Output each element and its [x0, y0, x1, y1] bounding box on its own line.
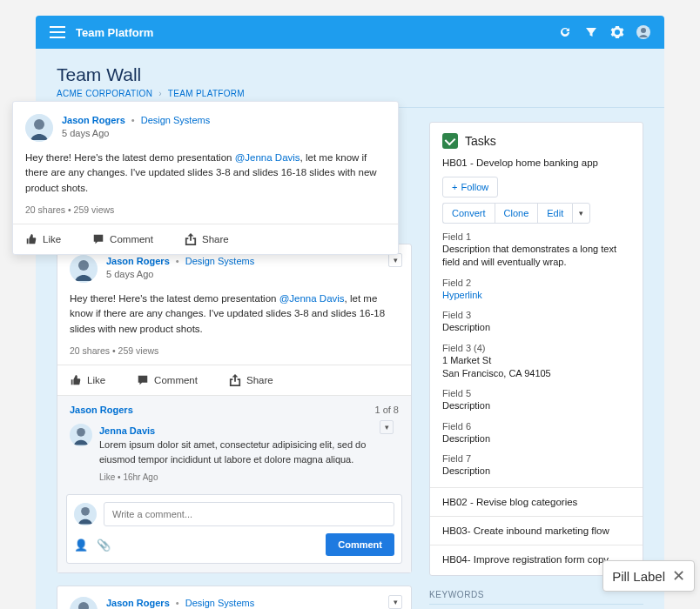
post-body: Hey there! Here's the latest demo presen… — [57, 286, 411, 345]
field-value: Description — [442, 432, 630, 445]
comment-composer: 👤 📎 Comment — [66, 494, 402, 564]
topbar: Team Platform — [36, 16, 664, 49]
chevron-down-icon[interactable]: ▾ — [380, 420, 394, 434]
more-button[interactable]: ▾ — [572, 203, 590, 224]
post-body: Hey there! Here's the latest demo presen… — [13, 145, 398, 204]
field-value: San Francisco, CA 94105 — [442, 367, 630, 380]
svg-point-11 — [34, 119, 44, 130]
department-link[interactable]: Design Systems — [185, 598, 254, 608]
field-label: Field 6 — [442, 421, 630, 432]
avatar — [70, 597, 98, 609]
field-label: Field 3 (4) — [442, 343, 630, 353]
breadcrumb: ACME CORPORATION › TEAM PLATFORM — [57, 89, 643, 98]
mention[interactable]: @Jenna Davis — [235, 152, 300, 163]
follow-button[interactable]: +Follow — [442, 177, 498, 197]
like-button[interactable]: Like — [25, 233, 61, 245]
comment-text: Lorem ipsum dolor sit amet, consectetur … — [99, 439, 366, 465]
tasks-card: Tasks HB01 - Develop home banking app +F… — [429, 122, 643, 576]
gear-icon[interactable] — [610, 25, 624, 39]
share-button[interactable]: Share — [229, 374, 273, 386]
chevron-down-icon[interactable]: ▾ — [388, 595, 402, 609]
app-title: Team Platform — [76, 26, 153, 39]
task-item[interactable]: HB03- Create inbound marketing flow — [442, 517, 630, 536]
field-value: 1 Market St — [442, 354, 630, 367]
svg-point-1 — [641, 28, 646, 33]
chevron-down-icon[interactable]: ▾ — [388, 253, 402, 267]
field-label: Field 2 — [442, 278, 630, 288]
filter-icon[interactable] — [584, 25, 598, 39]
comment-button[interactable]: Comment — [137, 374, 198, 386]
field-value: Description that demonstrates a long tex… — [442, 243, 630, 270]
menu-icon[interactable] — [50, 26, 65, 38]
avatar — [70, 424, 92, 446]
comment-author[interactable]: Jenna Davis — [99, 424, 399, 438]
author-link[interactable]: Jason Rogers — [62, 115, 125, 125]
avatar — [74, 503, 97, 525]
keywords-title: KEYWORDS — [429, 590, 643, 605]
comment-button[interactable]: Comment — [92, 233, 153, 245]
page-title: Team Wall — [57, 64, 643, 85]
department-link[interactable]: Design Systems — [141, 115, 210, 125]
keywords-section: KEYWORDS Pill Label✕ Pill Label✕ Pill la… — [429, 590, 643, 609]
like-button[interactable]: Like — [70, 374, 105, 386]
svg-point-3 — [78, 260, 89, 271]
avatar-icon[interactable] — [636, 25, 650, 39]
submit-comment-button[interactable]: Comment — [326, 533, 394, 556]
field-value: Description — [442, 465, 630, 478]
field-label: Field 7 — [442, 453, 630, 464]
post-card-floating: Jason Rogers • Design Systems 5 days Ago… — [12, 101, 399, 255]
post-stats: 20 shares • 259 views — [13, 204, 398, 224]
comment-input[interactable] — [104, 502, 394, 526]
task-item[interactable]: HB01 - Develop home banking app — [442, 157, 630, 168]
field-label: Field 3 — [442, 310, 630, 320]
svg-point-5 — [77, 428, 85, 437]
comments-section: Jason Rogers 1 of 8 Jenna Davis Lorem ip… — [57, 395, 411, 573]
share-button[interactable]: Share — [185, 233, 229, 245]
field-value: Description — [442, 399, 630, 412]
field-value: Description — [442, 321, 630, 334]
department-link[interactable]: Design Systems — [185, 256, 254, 266]
post-time: 5 days Ago — [62, 127, 210, 140]
field-label: Field 5 — [442, 388, 630, 398]
tasks-icon — [442, 133, 458, 149]
task-item[interactable]: HB02 - Revise blog categories — [442, 488, 630, 507]
mention[interactable]: @Jenna Davis — [279, 293, 345, 304]
post-time: 5 days Ago — [106, 268, 254, 281]
edit-button[interactable]: Edit — [537, 203, 572, 224]
breadcrumb-item[interactable]: TEAM PLATFORM — [168, 89, 245, 98]
person-icon[interactable]: 👤 — [74, 539, 88, 552]
clone-button[interactable]: Clone — [495, 203, 538, 224]
pill-label: Pill Label — [612, 569, 665, 584]
post-stats: 20 shares • 259 views — [57, 345, 411, 365]
post-card: ▾ Jason Rogers • Design Systems 5 days A… — [57, 244, 412, 573]
refresh-icon[interactable] — [558, 25, 572, 39]
post-card: ▾ Jason Rogers • Design Systems 5 days A… — [57, 586, 412, 609]
pill-popup[interactable]: Pill Label ✕ — [602, 560, 695, 592]
comment-page-count: 1 of 8 — [374, 405, 399, 415]
author-link[interactable]: Jason Rogers — [106, 598, 170, 608]
author-link[interactable]: Jason Rogers — [106, 256, 170, 266]
comment-meta: Like • 16hr Ago — [99, 471, 399, 484]
convert-button[interactable]: Convert — [442, 203, 495, 224]
field-link[interactable]: Hyperlink — [442, 289, 630, 302]
avatar — [70, 255, 98, 283]
close-icon[interactable]: ✕ — [672, 566, 685, 586]
attachment-icon[interactable]: 📎 — [97, 539, 111, 552]
avatar — [25, 114, 53, 142]
tasks-title: Tasks — [465, 134, 496, 148]
comments-header-author[interactable]: Jason Rogers — [70, 405, 133, 415]
svg-point-7 — [81, 507, 90, 516]
page-header: Team Wall ACME CORPORATION › TEAM PLATFO… — [36, 49, 664, 108]
breadcrumb-item[interactable]: ACME CORPORATION — [57, 89, 152, 98]
field-label: Field 1 — [442, 231, 630, 242]
